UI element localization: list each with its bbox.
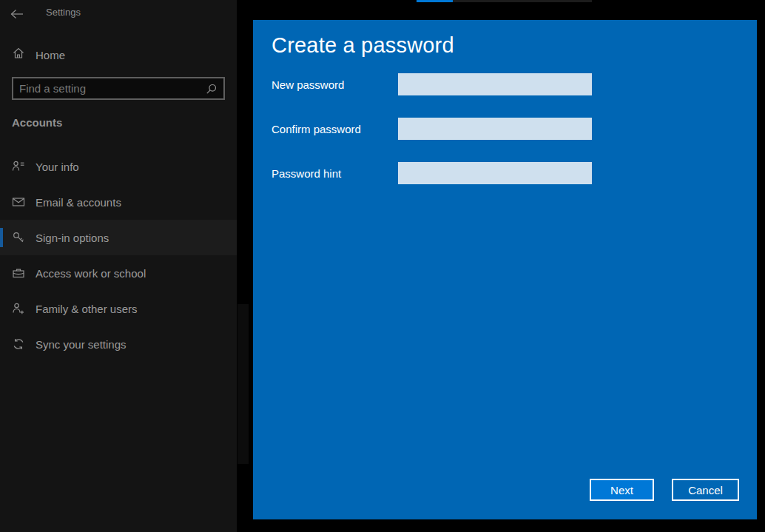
confirm-password-label: Confirm password bbox=[272, 123, 361, 135]
sidebar-item-label: Sync your settings bbox=[36, 338, 127, 351]
window-header: Settings bbox=[0, 5, 237, 23]
background-scrollbar-shadow bbox=[237, 304, 249, 464]
home-icon bbox=[12, 47, 27, 63]
sidebar-item-label: Access work or school bbox=[36, 267, 146, 280]
selection-accent-bar bbox=[0, 228, 3, 247]
background-accent-strip bbox=[417, 0, 453, 2]
sidebar-item-sign-in-options[interactable]: Sign-in options bbox=[0, 220, 237, 255]
key-icon bbox=[12, 231, 27, 244]
new-password-row: New password bbox=[272, 73, 738, 95]
window-title: Settings bbox=[46, 7, 81, 18]
cancel-button[interactable]: Cancel bbox=[672, 479, 739, 501]
section-title-accounts: Accounts bbox=[12, 116, 62, 129]
sidebar-item-label: Your info bbox=[36, 161, 79, 173]
search-input[interactable] bbox=[13, 78, 203, 98]
back-button[interactable] bbox=[9, 7, 25, 21]
password-hint-label: Password hint bbox=[272, 167, 341, 180]
sidebar-item-sync-settings[interactable]: Sync your settings bbox=[0, 326, 237, 362]
user-card-icon bbox=[12, 160, 27, 173]
search-icon bbox=[203, 83, 220, 95]
sidebar-item-label: Family & other users bbox=[36, 303, 138, 315]
sidebar-item-label: Email & accounts bbox=[36, 196, 121, 209]
accounts-nav: Your info Email & accounts bbox=[0, 149, 237, 362]
sidebar-item-access-work-school[interactable]: Access work or school bbox=[0, 255, 237, 291]
password-hint-field[interactable] bbox=[398, 162, 592, 184]
sidebar-item-label: Sign-in options bbox=[36, 232, 109, 244]
sidebar-item-email-accounts[interactable]: Email & accounts bbox=[0, 184, 237, 220]
briefcase-icon bbox=[12, 266, 27, 280]
new-password-label: New password bbox=[272, 78, 344, 91]
add-person-icon bbox=[12, 302, 27, 315]
back-arrow-icon bbox=[9, 12, 25, 23]
sidebar-item-family-other-users[interactable]: Family & other users bbox=[0, 291, 237, 326]
sidebar-item-home[interactable]: Home bbox=[0, 44, 237, 65]
password-hint-row: Password hint bbox=[272, 162, 738, 184]
home-label: Home bbox=[36, 49, 65, 61]
confirm-password-field[interactable] bbox=[398, 118, 592, 140]
sidebar-item-your-info[interactable]: Your info bbox=[0, 149, 237, 184]
confirm-password-row: Confirm password bbox=[272, 118, 738, 140]
settings-sidebar: Settings Home Accounts bbox=[0, 0, 237, 532]
create-password-dialog: Create a password New password Confirm p… bbox=[253, 20, 757, 519]
email-icon bbox=[12, 195, 27, 209]
sync-icon bbox=[12, 337, 27, 351]
new-password-field[interactable] bbox=[398, 73, 592, 95]
next-button[interactable]: Next bbox=[590, 479, 654, 501]
search-box bbox=[12, 77, 225, 100]
dialog-title: Create a password bbox=[272, 33, 454, 58]
